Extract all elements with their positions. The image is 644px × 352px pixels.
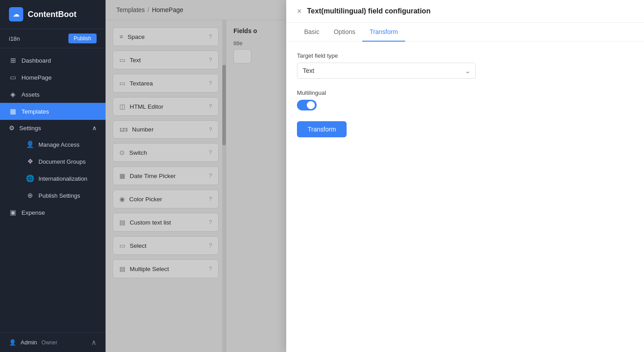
multilingual-group: Multilingual (297, 89, 633, 110)
sidebar-item-label: Document Groups (38, 158, 86, 165)
user-icon: 👤 (9, 339, 16, 346)
sidebar-item-expense[interactable]: ▣ Expense (0, 204, 106, 221)
sidebar-item-dashboard[interactable]: ⊞ Dashboard (0, 52, 106, 69)
modal-panel: × Text(multilingual) field configuration… (286, 0, 644, 352)
sidebar-item-label: Internationalization (38, 175, 87, 182)
dashboard-icon: ⊞ (9, 56, 17, 64)
sidebar-item-label: Dashboard (21, 57, 51, 64)
sidebar-item-settings[interactable]: ⚙ Settings ∧ (0, 120, 106, 136)
sidebar-item-label: Settings (19, 125, 41, 131)
sidebar-item-label: Publish Settings (38, 192, 80, 199)
multilingual-label: Multilingual (297, 89, 633, 96)
user-role: Owner (42, 339, 57, 346)
expense-icon: ▣ (9, 208, 17, 216)
app-name: ContentBoot (28, 10, 76, 19)
sidebar-item-manage-access[interactable]: 👤 Manage Access (9, 136, 106, 153)
sidebar-item-label: Expense (21, 209, 45, 216)
chevron-up-icon: ∧ (91, 338, 97, 347)
page-icon: ▭ (9, 73, 17, 81)
modal-title: Text(multilingual) field configuration (307, 7, 431, 15)
target-field-type-group: Target field type Text Textarea HTML Edi… (297, 52, 633, 79)
sidebar-footer: 👤 Admin Owner ∧ (0, 332, 106, 352)
groups-icon: ❖ (26, 157, 34, 165)
target-field-type-label: Target field type (297, 52, 633, 59)
logo: ☁ ContentBoot (0, 0, 106, 29)
tab-transform[interactable]: Transform (362, 23, 405, 42)
transform-button[interactable]: Transform (297, 121, 347, 137)
multilingual-toggle-wrapper (297, 100, 633, 110)
user-name: Admin (21, 339, 37, 346)
modal-close-button[interactable]: × (297, 7, 302, 15)
sidebar-item-label: Manage Access (38, 141, 80, 148)
modal-overlay: × Text(multilingual) field configuration… (106, 0, 644, 352)
toggle-slider (297, 100, 317, 110)
sidebar-user-row: i18n Publish (0, 29, 106, 48)
sidebar-item-homepage[interactable]: ▭ HomePage (0, 69, 106, 86)
assets-icon: ◈ (9, 90, 17, 98)
sidebar-item-assets[interactable]: ◈ Assets (0, 86, 106, 103)
globe-icon: 🌐 (26, 174, 34, 182)
publish-button[interactable]: Publish (68, 34, 97, 43)
publish-icon: ⊕ (26, 191, 34, 199)
main-content: Templates / HomePage ≡ Space ? ▭ Text ? … (106, 0, 644, 352)
settings-submenu: 👤 Manage Access ❖ Document Groups 🌐 Inte… (0, 136, 106, 204)
sidebar-item-label: Templates (21, 108, 49, 115)
sidebar-item-label: Assets (21, 91, 40, 98)
sidebar-lang: i18n (9, 35, 20, 42)
sidebar-item-internationalization[interactable]: 🌐 Internationalization (9, 170, 106, 187)
sidebar-item-document-groups[interactable]: ❖ Document Groups (9, 153, 106, 170)
multilingual-toggle[interactable] (297, 100, 317, 110)
sidebar-item-label: HomePage (21, 74, 52, 81)
sidebar-item-publish-settings[interactable]: ⊕ Publish Settings (9, 187, 106, 204)
transform-button-group: Transform (297, 121, 633, 137)
sidebar: ☁ ContentBoot i18n Publish ⊞ Dashboard ▭… (0, 0, 106, 352)
sidebar-nav: ⊞ Dashboard ▭ HomePage ◈ Assets ▦ Templa… (0, 48, 106, 332)
modal-header: × Text(multilingual) field configuration (286, 0, 644, 23)
templates-icon: ▦ (9, 107, 17, 115)
chevron-up-icon: ∧ (92, 124, 97, 131)
settings-icon: ⚙ (9, 124, 15, 131)
user-icon: 👤 (26, 140, 34, 148)
tab-basic[interactable]: Basic (297, 23, 326, 42)
tab-options[interactable]: Options (326, 23, 362, 42)
target-field-type-select[interactable]: Text Textarea HTML Editor Number (297, 63, 476, 79)
modal-tabs: Basic Options Transform (286, 23, 644, 42)
logo-icon: ☁ (9, 7, 23, 21)
sidebar-item-templates[interactable]: ▦ Templates (0, 103, 106, 120)
target-field-type-select-wrapper: Text Textarea HTML Editor Number (297, 63, 476, 79)
modal-body: Target field type Text Textarea HTML Edi… (286, 42, 644, 352)
